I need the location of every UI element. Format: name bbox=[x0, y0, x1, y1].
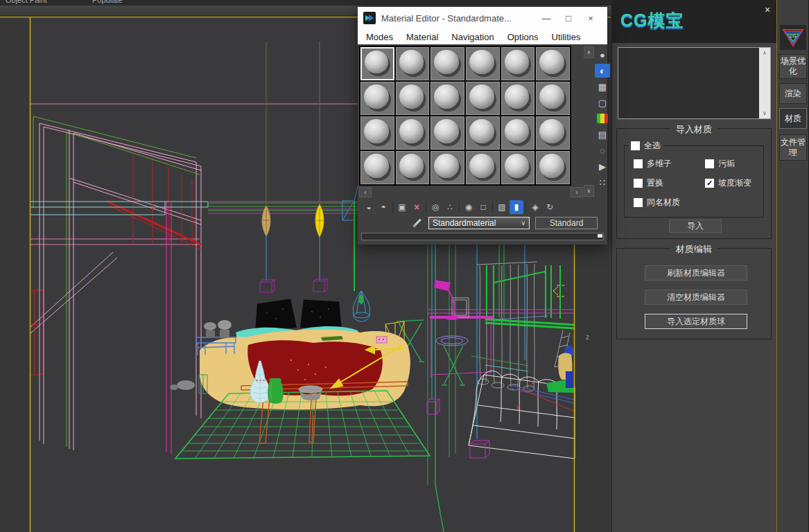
material-sample-slot[interactable] bbox=[360, 82, 394, 115]
material-sample-slot[interactable] bbox=[536, 82, 570, 115]
import-button[interactable]: 导入 bbox=[669, 220, 722, 233]
import-material-group: 导入材质 全选 多维子污垢置换✓坡度渐变同名材质 导入 bbox=[616, 128, 772, 239]
put-to-library[interactable]: ∴ bbox=[443, 200, 457, 214]
material-editor-titlebar[interactable]: Material Editor - Standardmate... — □ × bbox=[358, 7, 607, 29]
assign-material-to-selection[interactable]: ▣ bbox=[395, 200, 409, 214]
eyedropper-icon[interactable] bbox=[412, 218, 423, 229]
edit-button-3[interactable]: 导入选定材质球 bbox=[645, 314, 747, 329]
material-sphere bbox=[434, 85, 459, 109]
show-end-result[interactable]: ▨ bbox=[495, 200, 509, 214]
material-sphere bbox=[539, 119, 564, 143]
show-material-in-viewport[interactable]: □ bbox=[476, 200, 490, 214]
material-sample-slot[interactable] bbox=[501, 116, 535, 150]
material-list-scrollbar[interactable]: ∧ ∨ bbox=[759, 48, 770, 118]
close-button[interactable]: × bbox=[580, 13, 602, 24]
scroll-left-button[interactable]: ‹ bbox=[359, 187, 372, 197]
put-material-to-scene[interactable]: ◓ bbox=[376, 200, 390, 214]
menu-utilities[interactable]: Utilities bbox=[552, 32, 581, 42]
material-map-navigator[interactable]: ∷ bbox=[595, 175, 610, 189]
scroll-up-button[interactable]: ∧ bbox=[584, 46, 594, 58]
material-sphere bbox=[399, 119, 424, 143]
list-scroll-down-icon[interactable]: ∨ bbox=[759, 108, 770, 118]
maximize-button[interactable]: □ bbox=[557, 13, 580, 24]
material-sphere bbox=[539, 154, 564, 178]
go-forward-to-sibling[interactable]: ◈ bbox=[528, 200, 542, 214]
make-preview[interactable]: ▤ bbox=[595, 127, 610, 141]
scroll-down-button[interactable]: ∨ bbox=[584, 185, 594, 197]
material-sample-slot[interactable] bbox=[501, 47, 535, 80]
list-scroll-up-icon[interactable]: ∧ bbox=[759, 48, 770, 58]
material-sample-slot[interactable] bbox=[360, 151, 394, 184]
cg-tab-2[interactable]: 渲染 bbox=[779, 83, 807, 104]
backlight[interactable]: ◐ bbox=[595, 64, 610, 78]
rollout-scroll-thumb[interactable] bbox=[598, 234, 602, 238]
material-sphere bbox=[364, 85, 389, 109]
ribbon-tab-object-paint[interactable]: Object Paint bbox=[6, 0, 47, 4]
material-toolbar: ◒◓▣×◎∴◉□▨▮◈↻ bbox=[359, 197, 606, 215]
checkbox-置换[interactable] bbox=[634, 179, 643, 188]
get-material[interactable]: ◒ bbox=[362, 200, 376, 214]
menu-navigation[interactable]: Navigation bbox=[451, 32, 494, 42]
material-sample-slot[interactable] bbox=[396, 151, 430, 184]
material-sample-slot[interactable] bbox=[360, 47, 394, 80]
material-sphere bbox=[434, 119, 459, 143]
cg-panel-close-icon[interactable]: × bbox=[765, 4, 770, 15]
video-color-check[interactable]: ▥ bbox=[597, 114, 608, 123]
material-sample-slot[interactable] bbox=[536, 47, 570, 80]
options[interactable]: ◌ bbox=[595, 143, 610, 157]
material-sample-slot[interactable] bbox=[536, 151, 570, 184]
material-sample-grid bbox=[359, 46, 571, 186]
material-sphere bbox=[469, 154, 494, 178]
material-sample-slot[interactable] bbox=[536, 116, 570, 150]
go-to-parent[interactable]: ▮ bbox=[510, 200, 523, 214]
menu-material[interactable]: Material bbox=[406, 32, 438, 42]
select-all-checkbox[interactable] bbox=[631, 141, 640, 150]
material-sample-slot[interactable] bbox=[430, 82, 464, 115]
select-by-material[interactable]: ▶ bbox=[595, 159, 610, 173]
checkbox-同名材质[interactable] bbox=[634, 198, 643, 207]
material-sample-slot[interactable] bbox=[396, 47, 430, 80]
minimize-button[interactable]: — bbox=[535, 13, 557, 24]
material-sample-slot[interactable] bbox=[501, 82, 535, 115]
material-sample-slot[interactable] bbox=[501, 151, 535, 184]
material-sample-slot[interactable] bbox=[466, 82, 500, 115]
checkbox-多维子[interactable] bbox=[634, 159, 643, 168]
checkbox-污垢[interactable] bbox=[705, 159, 714, 168]
ribbon-tab-populate[interactable]: Populate bbox=[92, 0, 122, 4]
edit-button-1[interactable]: 刷新材质编辑器 bbox=[645, 265, 747, 281]
chevron-down-icon[interactable]: ∨ bbox=[517, 220, 525, 227]
background-checker[interactable]: ▦ bbox=[595, 80, 610, 94]
checkbox-坡度渐变[interactable]: ✓ bbox=[705, 179, 714, 188]
reset-map[interactable]: × bbox=[410, 200, 424, 214]
cg-tab-3[interactable]: 材质 bbox=[779, 108, 807, 129]
rollout-area[interactable] bbox=[361, 233, 604, 240]
material-list-box[interactable]: ∧ ∨ bbox=[618, 47, 771, 119]
material-sample-slot[interactable] bbox=[430, 47, 464, 80]
material-id-channel[interactable]: ◉ bbox=[462, 200, 476, 214]
option-row: 多维子 bbox=[634, 158, 705, 170]
cg-tab-4[interactable]: 文件管理 bbox=[779, 134, 807, 161]
material-sphere bbox=[469, 50, 494, 74]
menu-modes[interactable]: Modes bbox=[366, 32, 393, 42]
material-sample-slot[interactable] bbox=[466, 47, 500, 80]
material-sample-slot[interactable] bbox=[396, 82, 430, 115]
sample-uv-tiling[interactable]: ▢ bbox=[595, 96, 610, 109]
cg-tab-1[interactable]: 场景优化 bbox=[779, 54, 807, 79]
material-sample-slot[interactable] bbox=[466, 151, 500, 184]
material-type-button[interactable]: Standard bbox=[535, 217, 598, 229]
menu-options[interactable]: Options bbox=[507, 32, 539, 42]
application-window: Object Paint Populate bbox=[0, 0, 809, 532]
material-sample-slot[interactable] bbox=[430, 151, 464, 184]
material-cycle[interactable]: ↻ bbox=[543, 200, 557, 214]
material-name-field[interactable]: Standardmaterial ∨ bbox=[428, 217, 530, 229]
material-sample-slot[interactable] bbox=[466, 116, 500, 150]
edit-button-2[interactable]: 清空材质编辑器 bbox=[645, 290, 747, 305]
material-sample-slot[interactable] bbox=[360, 116, 394, 150]
scroll-right-button[interactable]: › bbox=[571, 187, 583, 197]
material-sample-slot[interactable] bbox=[396, 116, 430, 150]
axis-label-z: z bbox=[586, 333, 589, 341]
material-sample-slot[interactable] bbox=[430, 116, 464, 150]
material-sphere bbox=[364, 154, 389, 178]
sample-type-sphere[interactable]: ● bbox=[595, 48, 610, 62]
make-material-copy[interactable]: ◎ bbox=[428, 200, 442, 214]
